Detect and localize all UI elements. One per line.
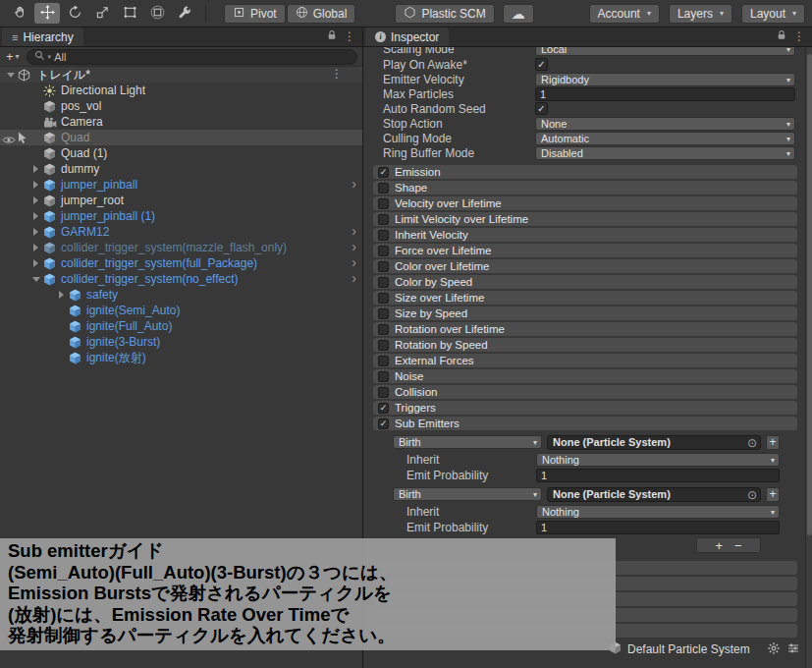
- remove-button[interactable]: −: [734, 539, 742, 552]
- module-header-velocity-over-lifetime[interactable]: Velocity over Lifetime: [373, 196, 797, 210]
- hierarchy-item[interactable]: safety: [0, 287, 362, 303]
- scrollbar-thumb[interactable]: [807, 54, 812, 535]
- inherit-dropdown[interactable]: Nothing▾: [536, 453, 780, 467]
- inspector-scrollbar[interactable]: [805, 47, 812, 668]
- module-header-shape[interactable]: Shape: [373, 181, 797, 195]
- hierarchy-item[interactable]: Quad: [0, 130, 362, 145]
- prefab-open-chevron[interactable]: ›: [352, 271, 356, 286]
- hand-tool-button[interactable]: [7, 3, 32, 24]
- hierarchy-item[interactable]: Quad (1): [0, 145, 362, 161]
- module-header-force-over-lifetime[interactable]: Force over Lifetime: [373, 244, 797, 257]
- kebab-menu-icon[interactable]: ⋮: [344, 31, 355, 41]
- sub-emitter-object-field[interactable]: None (Particle System)⊙: [547, 435, 761, 450]
- module-checkbox[interactable]: [378, 356, 389, 366]
- hierarchy-item[interactable]: ignite(Full_Auto): [0, 318, 362, 334]
- hierarchy-item[interactable]: Camera: [0, 114, 362, 130]
- new-sub-emitter-button[interactable]: +: [766, 435, 780, 450]
- plastic-scm-button[interactable]: Plastic SCM: [395, 4, 494, 24]
- module-header-inherit-velocity[interactable]: Inherit Velocity: [373, 228, 797, 242]
- module-header-rotation-over-lifetime[interactable]: Rotation over Lifetime: [373, 322, 797, 336]
- module-header-size-by-speed[interactable]: Size by Speed: [373, 306, 797, 320]
- module-header-triggers[interactable]: ✓Triggers: [373, 401, 797, 415]
- kebab-menu-icon[interactable]: ⋮: [331, 69, 343, 79]
- rotate-tool-button[interactable]: [62, 3, 87, 24]
- max-particles-field[interactable]: 1: [535, 87, 795, 101]
- module-header-rotation-by-speed[interactable]: Rotation by Speed: [373, 338, 797, 352]
- module-checkbox[interactable]: [378, 261, 389, 272]
- hierarchy-item[interactable]: collider_trigger_system(mazzle_flash_onl…: [0, 240, 362, 255]
- module-checkbox[interactable]: [378, 198, 389, 209]
- module-checkbox[interactable]: [378, 214, 389, 225]
- account-dropdown[interactable]: Account ▾: [589, 4, 660, 24]
- hierarchy-item[interactable]: Directional Light: [0, 83, 362, 98]
- module-header-color-over-lifetime[interactable]: Color over Lifetime: [373, 259, 797, 273]
- tab-inspector[interactable]: i Inspector: [365, 28, 449, 46]
- gear-icon[interactable]: [768, 642, 780, 657]
- hierarchy-item[interactable]: ignite(Semi_Auto): [0, 303, 362, 318]
- module-header-color-by-speed[interactable]: Color by Speed: [373, 275, 797, 289]
- auto-random-seed-checkbox[interactable]: ✓: [535, 102, 548, 115]
- tab-hierarchy[interactable]: ≡ Hierarchy: [2, 28, 83, 46]
- hierarchy-item[interactable]: jumper_pinball›: [0, 177, 362, 193]
- new-sub-emitter-button[interactable]: +: [766, 487, 780, 502]
- rect-tool-button[interactable]: [117, 3, 142, 24]
- expand-toggle[interactable]: [4, 67, 17, 83]
- culling-mode-dropdown[interactable]: Automatic▾: [535, 132, 795, 145]
- custom-tool-button[interactable]: [172, 3, 197, 24]
- sub-emitter-trigger-dropdown[interactable]: Birth▾: [393, 435, 542, 449]
- module-checkbox[interactable]: [378, 387, 389, 398]
- layers-dropdown[interactable]: Layers ▾: [669, 4, 732, 24]
- presets-icon[interactable]: [787, 642, 799, 657]
- create-menu-button[interactable]: + ▾: [4, 49, 22, 64]
- module-checkbox[interactable]: [378, 293, 389, 304]
- module-header-collision[interactable]: Collision: [373, 385, 797, 399]
- hierarchy-item[interactable]: ignite(放射): [0, 350, 362, 365]
- play-on-awake-checkbox[interactable]: ✓: [535, 58, 548, 71]
- module-checkbox[interactable]: ✓: [378, 403, 389, 414]
- hierarchy-item[interactable]: GARM12›: [0, 224, 362, 240]
- hierarchy-search-input[interactable]: ▾ All: [27, 49, 357, 65]
- module-checkbox[interactable]: ✓: [378, 418, 389, 429]
- expand-toggle[interactable]: [29, 240, 42, 255]
- module-checkbox[interactable]: [378, 340, 389, 351]
- picking-cursor-icon[interactable]: [18, 132, 27, 146]
- kebab-menu-icon[interactable]: ⋮: [793, 31, 805, 41]
- expand-toggle[interactable]: [29, 193, 42, 208]
- module-checkbox[interactable]: [378, 230, 389, 241]
- hierarchy-item[interactable]: collider_trigger_system(no_effect)›: [0, 271, 362, 287]
- module-checkbox[interactable]: [378, 183, 389, 194]
- object-picker-icon[interactable]: ⊙: [747, 488, 757, 502]
- lock-icon[interactable]: [777, 29, 786, 43]
- emitter-velocity-dropdown[interactable]: Rigidbody▾: [535, 73, 795, 86]
- module-header-external-forces[interactable]: External Forces: [373, 354, 797, 367]
- expand-toggle[interactable]: [29, 271, 42, 287]
- expand-toggle[interactable]: [29, 177, 42, 193]
- module-checkbox[interactable]: [378, 324, 389, 335]
- scaling-mode-dropdown[interactable]: Local▾: [535, 47, 795, 56]
- hierarchy-item[interactable]: ignite(3-Burst): [0, 334, 362, 350]
- module-header-sub-emitters[interactable]: ✓Sub Emitters: [373, 417, 797, 430]
- expand-toggle[interactable]: [29, 255, 42, 271]
- prefab-open-chevron[interactable]: ›: [352, 240, 356, 254]
- add-button[interactable]: +: [715, 539, 723, 552]
- emit-probability-field[interactable]: 1: [536, 469, 780, 482]
- layout-dropdown[interactable]: Layout ▾: [741, 4, 805, 24]
- global-toggle-button[interactable]: Global: [287, 4, 356, 24]
- hierarchy-item[interactable]: dummy: [0, 161, 362, 177]
- stop-action-dropdown[interactable]: None▾: [535, 117, 795, 131]
- module-header-noise[interactable]: Noise: [373, 369, 797, 383]
- module-header-emission[interactable]: ✓Emission: [373, 165, 797, 179]
- hierarchy-item[interactable]: pos_vol: [0, 98, 362, 114]
- module-checkbox[interactable]: ✓: [378, 167, 389, 178]
- module-header-limit-velocity-over-lifetime[interactable]: Limit Velocity over Lifetime: [373, 212, 797, 226]
- module-checkbox[interactable]: [378, 277, 389, 288]
- inherit-dropdown[interactable]: Nothing▾: [536, 505, 780, 519]
- sub-emitter-trigger-dropdown[interactable]: Birth▾: [393, 487, 542, 501]
- hierarchy-item[interactable]: collider_trigger_system(full_Package)›: [0, 255, 362, 271]
- module-header-size-over-lifetime[interactable]: Size over Lifetime: [373, 291, 797, 305]
- hierarchy-item[interactable]: jumper_pinball (1): [0, 208, 362, 224]
- scale-tool-button[interactable]: [89, 3, 115, 24]
- ring-buffer-mode-dropdown[interactable]: Disabled▾: [535, 146, 795, 160]
- hierarchy-item[interactable]: jumper_root: [0, 193, 362, 208]
- prefab-open-chevron[interactable]: ›: [352, 224, 356, 239]
